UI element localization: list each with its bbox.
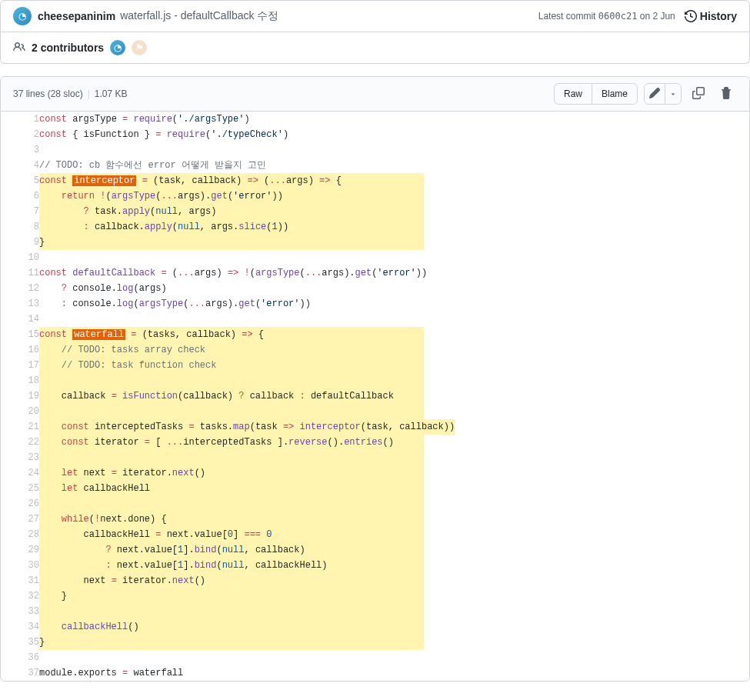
history-button[interactable]: History (685, 10, 737, 22)
code-cell[interactable]: ? next.value[1].bind(null, callback) (39, 542, 749, 558)
line-number[interactable]: 16 (1, 342, 39, 358)
line-number[interactable]: 17 (1, 358, 39, 373)
line-number[interactable]: 12 (1, 281, 39, 296)
edit-button[interactable] (644, 83, 665, 105)
contributor-avatar-1[interactable]: ◔ (110, 40, 125, 55)
line-number[interactable]: 14 (1, 312, 39, 327)
line-number[interactable]: 27 (1, 512, 39, 527)
line-number[interactable]: 15 (1, 327, 39, 342)
code-cell[interactable]: const waterfall = (tasks, callback) => { (39, 327, 749, 342)
code-cell[interactable]: callbackHell = next.value[0] === 0 (39, 527, 749, 542)
code-line: 11const defaultCallback = (...args) => !… (1, 265, 749, 281)
line-number[interactable]: 30 (1, 558, 39, 573)
code-cell[interactable] (39, 496, 749, 512)
line-number[interactable]: 31 (1, 573, 39, 588)
code-cell[interactable] (39, 142, 749, 158)
line-number[interactable]: 13 (1, 296, 39, 312)
code-cell[interactable]: const { isFunction } = require('./typeCh… (39, 127, 749, 142)
edit-dropdown-button[interactable] (665, 83, 682, 105)
contributors-bar: 2 contributors ◔ ⚑ (0, 32, 750, 64)
line-number[interactable]: 9 (1, 235, 39, 250)
line-number[interactable]: 23 (1, 450, 39, 465)
file-box: 37 lines (28 sloc)|1.07 KB Raw Blame (0, 76, 750, 682)
code-line: 22 const iterator = [ ...interceptedTask… (1, 435, 749, 450)
copy-button[interactable] (688, 83, 709, 105)
code-cell[interactable] (39, 450, 749, 465)
copy-icon (692, 87, 705, 102)
line-number[interactable]: 33 (1, 604, 39, 619)
code-table: 1const argsType = require('./argsType')2… (1, 112, 749, 681)
line-number[interactable]: 37 (1, 665, 39, 681)
code-cell[interactable]: } (39, 588, 749, 604)
code-line: 6 return !(argsType(...args).get('error'… (1, 188, 749, 204)
code-line: 17 // TODO: task function check (1, 358, 749, 373)
code-cell[interactable]: ? task.apply(null, args) (39, 204, 749, 219)
code-line: 28 callbackHell = next.value[0] === 0 (1, 527, 749, 542)
line-number[interactable]: 5 (1, 173, 39, 188)
line-number[interactable]: 8 (1, 219, 39, 235)
delete-button[interactable] (715, 83, 737, 105)
line-number[interactable]: 1 (1, 112, 39, 127)
code-cell[interactable]: : console.log(argsType(...args).get('err… (39, 296, 749, 312)
line-number[interactable]: 20 (1, 404, 39, 419)
code-cell[interactable]: const defaultCallback = (...args) => !(a… (39, 265, 749, 281)
avatar[interactable]: ◔ (13, 7, 32, 25)
code-cell[interactable] (39, 312, 749, 327)
commit-author[interactable]: cheesepaninim (38, 10, 115, 22)
line-number[interactable]: 24 (1, 465, 39, 481)
code-cell[interactable]: const interceptedTasks = tasks.map(task … (39, 419, 749, 435)
code-cell[interactable]: : next.value[1].bind(null, callbackHell) (39, 558, 749, 573)
code-cell[interactable]: let callbackHell (39, 481, 749, 496)
code-line: 24 let next = iterator.next() (1, 465, 749, 481)
line-number[interactable]: 10 (1, 250, 39, 265)
code-cell[interactable]: while(!next.done) { (39, 512, 749, 527)
line-number[interactable]: 35 (1, 635, 39, 650)
line-number[interactable]: 3 (1, 142, 39, 158)
code-cell[interactable]: let next = iterator.next() (39, 465, 749, 481)
code-cell[interactable]: return !(argsType(...args).get('error')) (39, 188, 749, 204)
code-cell[interactable]: callback = isFunction(callback) ? callba… (39, 388, 749, 404)
code-cell[interactable] (39, 373, 749, 388)
commit-sha[interactable]: 0600c21 (598, 11, 638, 22)
code-cell[interactable]: // TODO: task function check (39, 358, 749, 373)
code-cell[interactable]: ? console.log(args) (39, 281, 749, 296)
code-cell[interactable]: next = iterator.next() (39, 573, 749, 588)
line-number[interactable]: 26 (1, 496, 39, 512)
commit-message[interactable]: waterfall.js - defaultCallback 수정 (120, 9, 278, 23)
code-cell[interactable]: } (39, 235, 749, 250)
code-cell[interactable]: } (39, 635, 749, 650)
code-cell[interactable]: // TODO: cb 함수에선 error 어떻게 받을지 고민 (39, 158, 749, 173)
code-cell[interactable] (39, 604, 749, 619)
blame-button[interactable]: Blame (592, 83, 638, 105)
code-cell[interactable]: // TODO: tasks array check (39, 342, 749, 358)
code-cell[interactable]: module.exports = waterfall (39, 665, 749, 681)
line-number[interactable]: 28 (1, 527, 39, 542)
code-cell[interactable] (39, 404, 749, 419)
line-number[interactable]: 29 (1, 542, 39, 558)
line-number[interactable]: 11 (1, 265, 39, 281)
code-line: 21 const interceptedTasks = tasks.map(ta… (1, 419, 749, 435)
code-cell[interactable]: : callback.apply(null, args.slice(1)) (39, 219, 749, 235)
line-number[interactable]: 18 (1, 373, 39, 388)
code-cell[interactable]: const argsType = require('./argsType') (39, 112, 749, 127)
contributors-count[interactable]: 2 contributors (32, 42, 104, 54)
code-cell[interactable] (39, 250, 749, 265)
pencil-icon (648, 87, 661, 102)
line-number[interactable]: 22 (1, 435, 39, 450)
line-number[interactable]: 7 (1, 204, 39, 219)
code-cell[interactable]: const iterator = [ ...interceptedTasks ]… (39, 435, 749, 450)
code-cell[interactable]: callbackHell() (39, 619, 749, 635)
line-number[interactable]: 36 (1, 650, 39, 665)
line-number[interactable]: 6 (1, 188, 39, 204)
line-number[interactable]: 34 (1, 619, 39, 635)
line-number[interactable]: 25 (1, 481, 39, 496)
line-number[interactable]: 19 (1, 388, 39, 404)
line-number[interactable]: 21 (1, 419, 39, 435)
line-number[interactable]: 2 (1, 127, 39, 142)
contributor-avatar-2[interactable]: ⚑ (132, 40, 147, 55)
raw-button[interactable]: Raw (554, 83, 592, 105)
line-number[interactable]: 4 (1, 158, 39, 173)
code-cell[interactable]: const interceptor = (task, callback) => … (39, 173, 749, 188)
code-cell[interactable] (39, 650, 749, 665)
line-number[interactable]: 32 (1, 588, 39, 604)
